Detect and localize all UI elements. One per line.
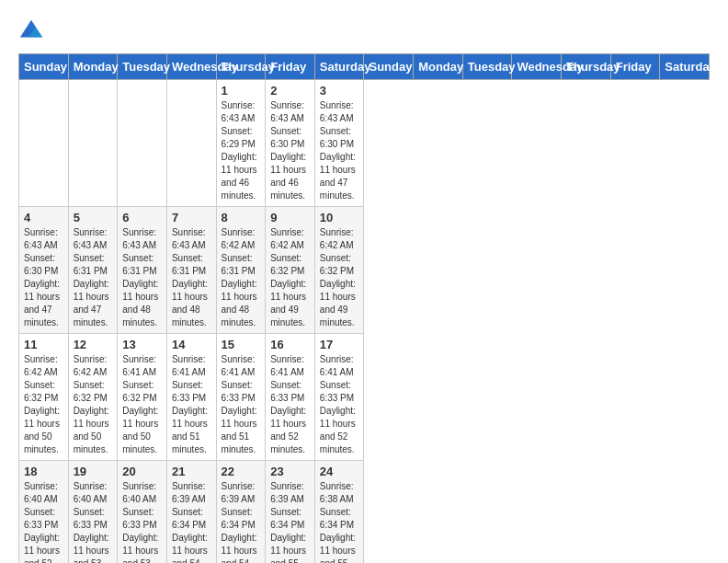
day-info: Sunrise: 6:42 AM Sunset: 6:32 PM Dayligh…: [24, 353, 63, 456]
logo-icon: [18, 18, 44, 44]
calendar-cell: [166, 80, 216, 207]
day-info: Sunrise: 6:43 AM Sunset: 6:31 PM Dayligh…: [122, 226, 162, 329]
day-number: 10: [320, 211, 359, 224]
day-number: 21: [172, 465, 211, 478]
header-day-saturday: Saturday: [314, 54, 364, 80]
day-info: Sunrise: 6:42 AM Sunset: 6:32 PM Dayligh…: [320, 226, 359, 329]
day-number: 11: [24, 338, 63, 351]
calendar-table: SundayMondayTuesdayWednesdayThursdayFrid…: [18, 53, 710, 563]
day-info: Sunrise: 6:39 AM Sunset: 6:34 PM Dayligh…: [172, 480, 211, 563]
calendar-cell: 22Sunrise: 6:39 AM Sunset: 6:34 PM Dayli…: [216, 461, 266, 564]
header-day-monday: Monday: [414, 54, 463, 80]
calendar-cell: 21Sunrise: 6:39 AM Sunset: 6:34 PM Dayli…: [166, 461, 216, 564]
day-info: Sunrise: 6:41 AM Sunset: 6:33 PM Dayligh…: [320, 353, 359, 456]
calendar-cell: [19, 80, 69, 207]
calendar-cell: 19Sunrise: 6:40 AM Sunset: 6:33 PM Dayli…: [68, 461, 118, 564]
calendar-cell: 17Sunrise: 6:41 AM Sunset: 6:33 PM Dayli…: [314, 334, 364, 461]
calendar-week-row: 11Sunrise: 6:42 AM Sunset: 6:32 PM Dayli…: [19, 334, 710, 461]
day-number: 9: [270, 211, 310, 224]
calendar-cell: 2Sunrise: 6:43 AM Sunset: 6:30 PM Daylig…: [266, 80, 315, 207]
day-number: 3: [320, 84, 359, 98]
day-info: Sunrise: 6:42 AM Sunset: 6:32 PM Dayligh…: [270, 226, 310, 329]
calendar-week-row: 18Sunrise: 6:40 AM Sunset: 6:33 PM Dayli…: [19, 461, 710, 564]
day-number: 24: [320, 465, 359, 478]
calendar-cell: 1Sunrise: 6:43 AM Sunset: 6:29 PM Daylig…: [216, 80, 266, 207]
calendar-cell: 6Sunrise: 6:43 AM Sunset: 6:31 PM Daylig…: [118, 207, 167, 334]
calendar-cell: 10Sunrise: 6:42 AM Sunset: 6:32 PM Dayli…: [314, 207, 364, 334]
day-info: Sunrise: 6:43 AM Sunset: 6:31 PM Dayligh…: [74, 226, 113, 329]
day-info: Sunrise: 6:39 AM Sunset: 6:34 PM Dayligh…: [222, 480, 261, 563]
day-info: Sunrise: 6:40 AM Sunset: 6:33 PM Dayligh…: [122, 480, 162, 563]
day-info: Sunrise: 6:42 AM Sunset: 6:31 PM Dayligh…: [222, 226, 261, 329]
day-number: 14: [172, 338, 211, 351]
day-number: 18: [24, 465, 63, 478]
header-day-sunday: Sunday: [19, 54, 69, 80]
calendar-cell: 3Sunrise: 6:43 AM Sunset: 6:30 PM Daylig…: [314, 80, 364, 207]
calendar-cell: 13Sunrise: 6:41 AM Sunset: 6:32 PM Dayli…: [118, 334, 167, 461]
calendar-cell: 14Sunrise: 6:41 AM Sunset: 6:33 PM Dayli…: [166, 334, 216, 461]
day-info: Sunrise: 6:42 AM Sunset: 6:32 PM Dayligh…: [74, 353, 113, 456]
day-number: 8: [222, 211, 261, 224]
day-number: 13: [122, 338, 162, 351]
calendar-cell: 5Sunrise: 6:43 AM Sunset: 6:31 PM Daylig…: [68, 207, 118, 334]
calendar-cell: [68, 80, 118, 207]
calendar-cell: 11Sunrise: 6:42 AM Sunset: 6:32 PM Dayli…: [19, 334, 69, 461]
day-info: Sunrise: 6:39 AM Sunset: 6:34 PM Dayligh…: [270, 480, 310, 563]
header-day-thursday: Thursday: [216, 54, 266, 80]
header-day-wednesday: Wednesday: [512, 54, 562, 80]
header-day-tuesday: Tuesday: [462, 54, 512, 80]
day-number: 16: [270, 338, 310, 351]
logo: [18, 18, 48, 44]
day-info: Sunrise: 6:43 AM Sunset: 6:30 PM Dayligh…: [24, 226, 63, 329]
calendar-cell: 15Sunrise: 6:41 AM Sunset: 6:33 PM Dayli…: [216, 334, 266, 461]
day-number: 12: [74, 338, 113, 351]
header-day-wednesday: Wednesday: [166, 54, 216, 80]
calendar-cell: [118, 80, 167, 207]
header-day-monday: Monday: [68, 54, 118, 80]
day-number: 7: [172, 211, 211, 224]
header-day-thursday: Thursday: [562, 54, 611, 80]
day-info: Sunrise: 6:40 AM Sunset: 6:33 PM Dayligh…: [74, 480, 113, 563]
calendar-cell: 18Sunrise: 6:40 AM Sunset: 6:33 PM Dayli…: [19, 461, 69, 564]
day-number: 1: [222, 84, 261, 98]
calendar-header-row: SundayMondayTuesdayWednesdayThursdayFrid…: [19, 54, 710, 80]
day-info: Sunrise: 6:43 AM Sunset: 6:30 PM Dayligh…: [320, 99, 359, 202]
header: [18, 18, 710, 44]
day-number: 4: [24, 211, 63, 224]
header-day-friday: Friday: [610, 54, 660, 80]
day-info: Sunrise: 6:41 AM Sunset: 6:33 PM Dayligh…: [270, 353, 310, 456]
day-number: 15: [222, 338, 261, 351]
day-number: 20: [122, 465, 162, 478]
calendar-cell: 16Sunrise: 6:41 AM Sunset: 6:33 PM Dayli…: [266, 334, 315, 461]
day-info: Sunrise: 6:38 AM Sunset: 6:34 PM Dayligh…: [320, 480, 359, 563]
day-number: 6: [122, 211, 162, 224]
header-day-sunday: Sunday: [364, 54, 414, 80]
calendar-cell: 8Sunrise: 6:42 AM Sunset: 6:31 PM Daylig…: [216, 207, 266, 334]
day-info: Sunrise: 6:43 AM Sunset: 6:31 PM Dayligh…: [172, 226, 211, 329]
day-number: 23: [270, 465, 310, 478]
calendar-cell: 9Sunrise: 6:42 AM Sunset: 6:32 PM Daylig…: [266, 207, 315, 334]
header-day-friday: Friday: [266, 54, 315, 80]
day-number: 2: [270, 84, 310, 98]
day-info: Sunrise: 6:43 AM Sunset: 6:30 PM Dayligh…: [270, 99, 310, 202]
calendar-week-row: 4Sunrise: 6:43 AM Sunset: 6:30 PM Daylig…: [19, 207, 710, 334]
calendar-cell: 24Sunrise: 6:38 AM Sunset: 6:34 PM Dayli…: [314, 461, 364, 564]
calendar-cell: 20Sunrise: 6:40 AM Sunset: 6:33 PM Dayli…: [118, 461, 167, 564]
day-info: Sunrise: 6:43 AM Sunset: 6:29 PM Dayligh…: [222, 99, 261, 202]
day-info: Sunrise: 6:41 AM Sunset: 6:33 PM Dayligh…: [222, 353, 261, 456]
day-info: Sunrise: 6:41 AM Sunset: 6:32 PM Dayligh…: [122, 353, 162, 456]
day-number: 17: [320, 338, 359, 351]
day-info: Sunrise: 6:40 AM Sunset: 6:33 PM Dayligh…: [24, 480, 63, 563]
day-number: 22: [222, 465, 261, 478]
calendar-cell: 23Sunrise: 6:39 AM Sunset: 6:34 PM Dayli…: [266, 461, 315, 564]
calendar-cell: 7Sunrise: 6:43 AM Sunset: 6:31 PM Daylig…: [166, 207, 216, 334]
calendar-cell: 12Sunrise: 6:42 AM Sunset: 6:32 PM Dayli…: [68, 334, 118, 461]
header-day-saturday: Saturday: [660, 54, 710, 80]
header-day-tuesday: Tuesday: [118, 54, 167, 80]
day-number: 5: [74, 211, 113, 224]
calendar-week-row: 1Sunrise: 6:43 AM Sunset: 6:29 PM Daylig…: [19, 80, 710, 207]
day-number: 19: [74, 465, 113, 478]
calendar-cell: 4Sunrise: 6:43 AM Sunset: 6:30 PM Daylig…: [19, 207, 69, 334]
day-info: Sunrise: 6:41 AM Sunset: 6:33 PM Dayligh…: [172, 353, 211, 456]
